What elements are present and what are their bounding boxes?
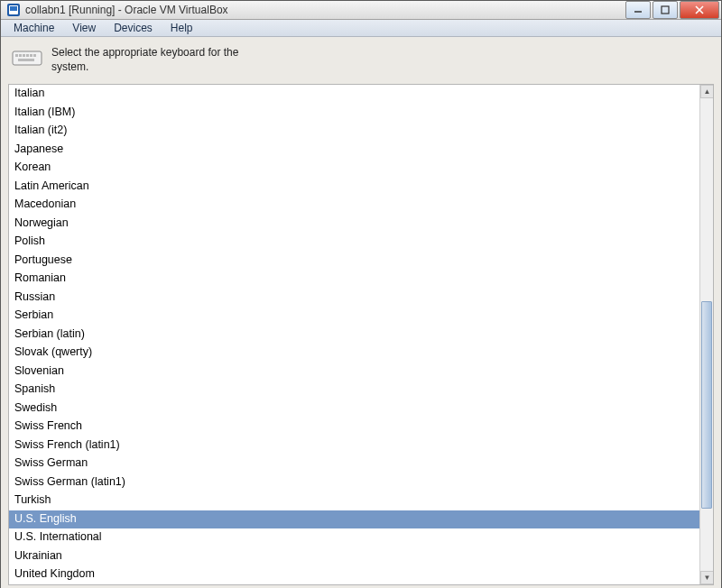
- svg-rect-11: [26, 54, 29, 57]
- list-item[interactable]: Korean: [9, 159, 699, 178]
- svg-rect-7: [13, 51, 42, 65]
- list-item[interactable]: Latin American: [9, 178, 699, 197]
- minimize-button[interactable]: [625, 1, 651, 19]
- list-item[interactable]: Swiss German: [9, 455, 699, 473]
- svg-rect-13: [33, 54, 36, 57]
- svg-rect-14: [18, 59, 34, 61]
- close-button[interactable]: [680, 1, 719, 19]
- maximize-button[interactable]: [653, 1, 678, 19]
- list-item[interactable]: Portuguese: [9, 252, 699, 271]
- list-item[interactable]: Japanese: [9, 141, 699, 160]
- list-item[interactable]: Swiss German (latin1): [9, 473, 699, 492]
- installer-content: Select the appropriate keyboard for the …: [1, 37, 721, 588]
- list-item[interactable]: Italian (IBM): [9, 104, 699, 123]
- instruction-row: Select the appropriate keyboard for the …: [1, 37, 721, 84]
- list-item[interactable]: Ukrainian: [9, 547, 699, 566]
- scroll-down-button[interactable]: ▼: [700, 571, 714, 584]
- list-item[interactable]: Swedish: [9, 400, 699, 418]
- list-item[interactable]: Romanian: [9, 270, 699, 289]
- list-item[interactable]: Macedonian: [9, 196, 699, 215]
- svg-rect-12: [30, 54, 32, 57]
- list-item[interactable]: Turkish: [9, 492, 699, 510]
- virtualbox-window: collabn1 [Running] - Oracle VM VirtualBo…: [0, 0, 722, 588]
- titlebar[interactable]: collabn1 [Running] - Oracle VM VirtualBo…: [1, 1, 721, 20]
- svg-rect-9: [19, 54, 22, 57]
- list-item[interactable]: United Kingdom: [9, 565, 699, 584]
- svg-rect-10: [23, 54, 25, 57]
- menu-devices[interactable]: Devices: [106, 20, 160, 36]
- scroll-up-button[interactable]: ▲: [700, 85, 714, 98]
- list-item[interactable]: Slovenian: [9, 363, 699, 381]
- list-item[interactable]: Serbian: [9, 307, 699, 326]
- list-item[interactable]: Polish: [9, 233, 699, 252]
- svg-rect-2: [10, 6, 17, 11]
- list-item[interactable]: Norwegian: [9, 215, 699, 234]
- list-item[interactable]: Spanish: [9, 381, 699, 400]
- vertical-scrollbar[interactable]: ▲ ▼: [699, 85, 713, 584]
- menu-help[interactable]: Help: [163, 20, 200, 36]
- list-item[interactable]: U.S. International: [9, 528, 699, 547]
- svg-rect-8: [15, 54, 18, 57]
- scroll-thumb[interactable]: [701, 301, 712, 509]
- list-item[interactable]: Swiss French (latin1): [9, 436, 699, 455]
- list-item[interactable]: Italian (it2): [9, 122, 699, 141]
- keyboard-icon: [12, 46, 42, 68]
- window-title: collabn1 [Running] - Oracle VM VirtualBo…: [25, 4, 624, 16]
- virtualbox-icon: [6, 3, 21, 17]
- keyboard-list-viewport[interactable]: ItalianItalian (IBM)Italian (it2)Japanes…: [9, 85, 699, 584]
- list-item[interactable]: U.S. English: [9, 510, 699, 529]
- menu-view[interactable]: View: [65, 20, 103, 36]
- instruction-text: Select the appropriate keyboard for the …: [51, 46, 259, 74]
- window-controls: [624, 1, 719, 19]
- menu-machine[interactable]: Machine: [6, 20, 61, 36]
- svg-rect-4: [662, 6, 669, 14]
- list-item[interactable]: Italian: [9, 85, 699, 104]
- list-item[interactable]: Serbian (latin): [9, 326, 699, 345]
- list-item[interactable]: Russian: [9, 289, 699, 308]
- menubar: Machine View Devices Help: [1, 20, 721, 37]
- list-item[interactable]: Slovak (qwerty): [9, 344, 699, 363]
- keyboard-list: ItalianItalian (IBM)Italian (it2)Japanes…: [8, 84, 714, 585]
- list-item[interactable]: Swiss French: [9, 418, 699, 436]
